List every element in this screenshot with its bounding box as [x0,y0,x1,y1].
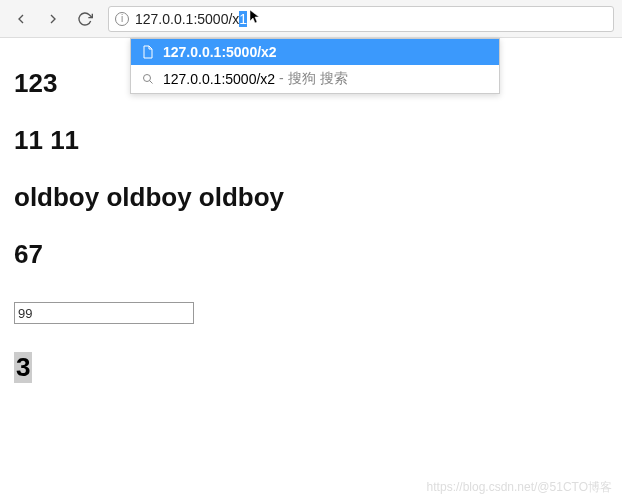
arrow-left-icon [13,11,29,27]
suggestion-suffix: - 搜狗 搜索 [279,70,347,88]
heading-2: 11 11 [14,125,608,156]
nav-buttons [8,6,98,32]
arrow-right-icon [45,11,61,27]
suggestion-text: 127.0.0.1:5000/x2 [163,44,277,60]
number-input[interactable] [14,302,194,324]
suggestion-text: 127.0.0.1:5000/x2 [163,71,275,87]
address-bar[interactable]: i 127.0.0.1:5000/x1 [108,6,614,32]
suggestion-item-2[interactable]: 127.0.0.1:5000/x2 - 搜狗 搜索 [131,65,499,93]
url-text: 127.0.0.1:5000/x1 [135,11,247,27]
search-icon [141,73,155,85]
back-button[interactable] [8,6,34,32]
page-icon [141,45,155,59]
heading-4: 67 [14,239,608,270]
heading-3: oldboy oldboy oldboy [14,182,608,213]
svg-line-1 [150,81,153,84]
selected-text: 3 [14,352,32,383]
url-suggestions-dropdown: 127.0.0.1:5000/x2 127.0.0.1:5000/x2 - 搜狗… [130,38,500,94]
reload-button[interactable] [72,6,98,32]
reload-icon [77,11,93,27]
forward-button[interactable] [40,6,66,32]
browser-toolbar: i 127.0.0.1:5000/x1 [0,0,622,38]
svg-point-0 [144,75,151,82]
watermark: https://blog.csdn.net/@51CTO博客 [427,479,612,496]
info-icon: i [115,12,129,26]
suggestion-item-1[interactable]: 127.0.0.1:5000/x2 [131,39,499,65]
cursor-icon [249,9,261,29]
